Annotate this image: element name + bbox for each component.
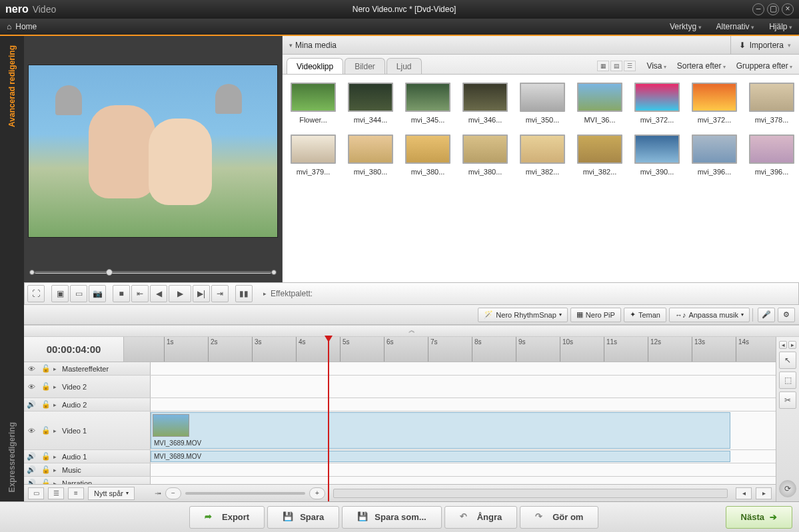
tab-audio[interactable]: Ljud [387, 58, 422, 74]
jog-wheel[interactable]: ⟳ [779, 480, 796, 497]
zoom-out-button[interactable]: − [165, 487, 181, 499]
media-caption: mvi_396... [692, 168, 737, 176]
close-button[interactable]: × [782, 3, 794, 15]
fit-music-button[interactable]: ↔♪Anpassa musik▾ [669, 308, 750, 322]
media-item[interactable]: mvi_345... [405, 83, 450, 124]
scroll-left-button[interactable]: ◂ [736, 487, 752, 499]
stop-button[interactable]: ■ [113, 285, 130, 302]
media-item[interactable]: mvi_378... [749, 83, 794, 124]
zoom-slider[interactable] [185, 492, 305, 495]
view-list-icon[interactable]: ☰ [624, 61, 636, 71]
minimize-button[interactable]: – [752, 3, 764, 15]
ruler-tick: 2s [208, 337, 218, 362]
prev-frame-button[interactable]: ⇤ [131, 285, 149, 302]
grid-icon: ▦ [576, 310, 583, 319]
media-item[interactable]: mvi_372... [634, 83, 680, 124]
rhythmsnap-button[interactable]: 🪄Nero RhythmSnap▾ [478, 308, 568, 322]
timeline-ruler[interactable]: 1s2s3s4s5s6s7s8s9s10s11s12s13s14s [124, 337, 776, 362]
mic-button[interactable]: 🎤 [758, 308, 775, 322]
menu-help[interactable]: Hjälp [769, 22, 792, 31]
media-item[interactable]: MVI_36... [577, 83, 622, 124]
save-as-button[interactable]: 💾Spara som... [342, 506, 441, 529]
media-item[interactable]: mvi_382... [577, 134, 622, 176]
media-item[interactable]: mvi_396... [692, 134, 737, 176]
redo-button[interactable]: ↷Gör om [520, 506, 598, 529]
camera-button[interactable]: 📷 [89, 285, 106, 302]
media-item[interactable]: mvi_346... [462, 83, 508, 124]
home-button[interactable]: ⌂ Home [7, 22, 37, 31]
export-button[interactable]: ➦Export [189, 506, 265, 529]
preview-video-frame[interactable] [28, 65, 278, 238]
nav-right[interactable]: ▸ [788, 341, 796, 349]
import-button[interactable]: ⬇ Importera ▾ [730, 36, 799, 54]
media-item[interactable]: mvi_344... [348, 83, 393, 124]
next-button[interactable]: Nästa➔ [726, 506, 792, 529]
preview-panel [24, 36, 283, 282]
pointer-tool[interactable]: ↖ [779, 352, 796, 369]
view-show-menu[interactable]: Visa [646, 61, 666, 71]
tab-images[interactable]: Bilder [345, 58, 385, 74]
media-item[interactable]: mvi_372... [692, 83, 737, 124]
snapshot-tool-button[interactable]: ▣ [51, 285, 69, 302]
clip-audio1[interactable]: MVI_3689.MOV [151, 451, 730, 462]
gear-button[interactable]: ⚙ [778, 308, 795, 322]
media-item[interactable]: mvi_390... [634, 134, 680, 176]
media-item[interactable]: mvi_380... [348, 134, 393, 176]
view-group-menu[interactable]: Gruppera efter [736, 61, 792, 71]
nav-left[interactable]: ◂ [779, 341, 787, 349]
bottom-bar: ➦Export 💾Spara 💾Spara som... ↶Ångra ↷Gör… [0, 501, 799, 532]
media-item[interactable]: mvi_382... [520, 134, 565, 176]
timeline-h-scrollbar[interactable] [333, 489, 728, 498]
scene-button[interactable]: ▭ [70, 285, 87, 302]
play-button[interactable]: ▶ [169, 285, 191, 302]
media-item[interactable]: mvi_379... [291, 134, 336, 176]
effect-palette-label[interactable]: Effektpalett: [271, 289, 313, 298]
media-caption: mvi_346... [462, 116, 508, 124]
media-item[interactable]: mvi_380... [462, 134, 508, 176]
pip-button[interactable]: ▦Nero PiP [570, 308, 621, 322]
view-sort-menu[interactable]: Sortera efter [677, 61, 726, 71]
brand-logo: nero [5, 3, 29, 15]
media-item[interactable]: mvi_350... [520, 83, 565, 124]
zoom-in-button[interactable]: + [309, 487, 325, 499]
themes-button[interactable]: ✦Teman [624, 308, 666, 322]
clip-video1[interactable]: MVI_3689.MOV [151, 412, 730, 449]
export-icon: ➦ [205, 511, 217, 523]
view-medium-icon[interactable]: ▤ [610, 61, 622, 71]
menu-tools[interactable]: Verktyg [670, 22, 702, 31]
save-button[interactable]: 💾Spara [267, 506, 339, 529]
track-lock-icon[interactable]: 🔓 [39, 364, 53, 373]
media-panel-title[interactable]: Mina media [283, 41, 343, 50]
loop-button[interactable]: ▮▮ [235, 285, 253, 302]
maximize-button[interactable]: ▢ [767, 3, 779, 15]
fullscreen-button[interactable]: ⛶ [27, 285, 45, 302]
tab-express-editing[interactable]: Expressredigering [7, 413, 17, 501]
ruler-tick: 7s [428, 337, 438, 362]
track-view-3-button[interactable]: ≡ [68, 487, 84, 499]
media-caption: mvi_380... [348, 168, 393, 176]
scrub-thumb[interactable] [106, 269, 113, 276]
media-thumbnail [520, 83, 565, 112]
menu-options[interactable]: Alternativ [716, 22, 755, 31]
media-item[interactable]: mvi_380... [405, 134, 450, 176]
undo-button[interactable]: ↶Ångra [444, 506, 518, 529]
media-item[interactable]: Flower... [291, 83, 336, 124]
media-item[interactable]: mvi_396... [749, 134, 794, 176]
step-fwd-button[interactable]: ▶| [193, 285, 210, 302]
preview-scrubber[interactable] [24, 262, 282, 282]
new-track-button[interactable]: Nytt spår▾ [88, 487, 135, 500]
step-back-button[interactable]: ◀ [150, 285, 167, 302]
scroll-right-button[interactable]: ▸ [756, 487, 772, 499]
track-visible-icon[interactable]: 👁 [24, 365, 39, 373]
track-view-1-button[interactable]: ▭ [28, 487, 44, 499]
cut-tool[interactable]: ✂ [779, 392, 796, 409]
next-frame-button[interactable]: ⇥ [211, 285, 229, 302]
panel-collapse-toggle[interactable]: ︽ [24, 325, 799, 337]
tab-advanced-editing[interactable]: Avancerad redigering [7, 36, 17, 136]
wand-icon: 🪄 [484, 310, 493, 319]
view-large-icon[interactable]: ▦ [597, 61, 609, 71]
track-view-2-button[interactable]: ☰ [48, 487, 64, 499]
marquee-tool[interactable]: ⬚ [779, 372, 796, 389]
save-icon: 💾 [283, 511, 295, 523]
tab-videoclips[interactable]: Videoklipp [287, 58, 343, 74]
